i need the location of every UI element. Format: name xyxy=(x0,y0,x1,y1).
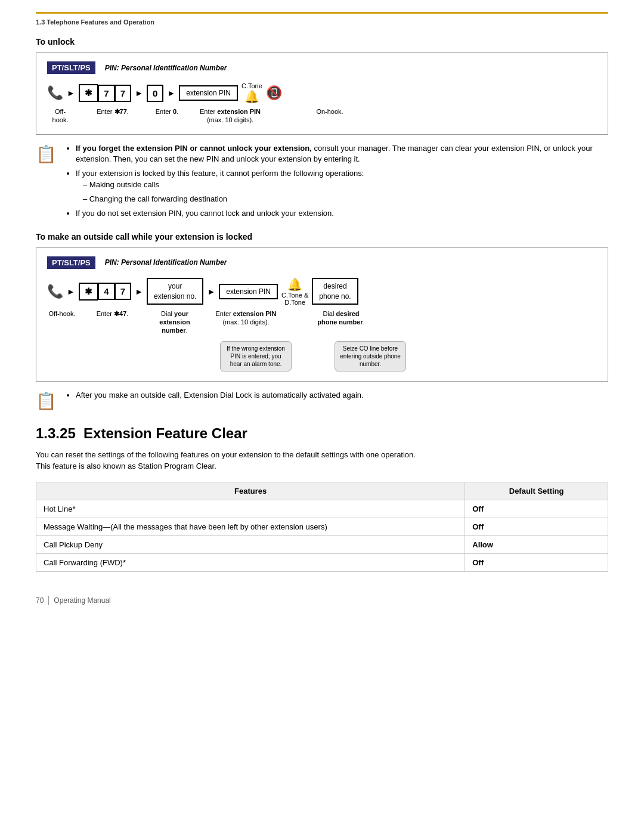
feature-cell: Call Forwarding (FWD)* xyxy=(36,553,465,571)
header-section-label: 1.3 Telephone Features and Operation xyxy=(36,18,154,26)
note-locked-item: After you make an outside call, Extensio… xyxy=(76,390,608,401)
default-cell: Off xyxy=(465,518,608,535)
key47-7: 7 xyxy=(114,283,131,300)
locked-label-dial-ext: Dial yourextension number. xyxy=(148,309,202,335)
your-ext-line1: your xyxy=(168,282,182,290)
note-item-2: If your extension is locked by this feat… xyxy=(76,168,608,205)
page-footer: 70 Operating Manual xyxy=(36,596,608,605)
feature-cell: Message Waiting—(All the messages that h… xyxy=(36,518,465,535)
note-locked-section: 📋 After you make an outside call, Extens… xyxy=(36,390,608,411)
key-group-47: ✱ 4 7 xyxy=(79,283,131,301)
footer-divider xyxy=(48,596,49,605)
desired-phone-box: desired phone no. xyxy=(312,278,358,305)
default-cell: Allow xyxy=(465,535,608,553)
offhook-icon-group: 📞 xyxy=(47,85,63,101)
unlock-diagram: PT/SLT/PS PIN: Personal Identification N… xyxy=(36,52,608,135)
locked-flow-row: 📞 ► ✱ 4 7 ► your extension no. ► xyxy=(47,277,597,306)
desired-line2: phone no. xyxy=(319,292,351,301)
note-locked-content: After you make an outside call, Extensio… xyxy=(65,390,608,404)
note-bold-1: If you forget the extension PIN or canno… xyxy=(76,144,312,153)
unlock-flow-row: 📞 ► ✱ 7 7 ► 0 ► extension PIN xyxy=(47,82,597,104)
feature-cell: Call Pickup Deny xyxy=(36,535,465,553)
locked-arrow-1: ► xyxy=(67,287,75,296)
locked-ext-pin-group: extension PIN xyxy=(219,284,278,299)
footer-label: Operating Manual xyxy=(54,596,110,605)
key47-group: ✱ 4 7 xyxy=(79,283,131,301)
your-ext-box-group: your extension no. xyxy=(147,278,203,305)
default-cell: Off xyxy=(465,500,608,518)
notepad-icon-2: 📋 xyxy=(36,391,57,411)
offhook-phone-icon: 📞 xyxy=(47,85,63,101)
locked-bell-icon: 🔔 xyxy=(287,277,302,292)
desired-phone-group: desired phone no. xyxy=(312,278,358,305)
op-2: Changing the call forwarding destination xyxy=(83,194,608,205)
bell-icon: 🔔 xyxy=(244,89,259,104)
notepad-icon-1: 📋 xyxy=(36,144,57,164)
onhook-icon-group: 📵 xyxy=(266,85,282,101)
table-row: Message Waiting—(All the messages that h… xyxy=(36,518,608,535)
key-7a: 7 xyxy=(98,85,114,102)
locked-ctone-label: C.Tone &D.Tone xyxy=(281,292,308,306)
locked-label-row: Off-hook. Enter ✱47. Dial yourextension … xyxy=(47,309,597,335)
col-features: Features xyxy=(36,482,465,500)
tooltip-2: Seize CO line before entering outside ph… xyxy=(335,341,406,371)
note-item-1: If you forget the extension PIN or canno… xyxy=(76,143,608,166)
unlock-diagram-header: PT/SLT/PS PIN: Personal Identification N… xyxy=(47,61,597,74)
intro-line-2: This feature is also known as Station Pr… xyxy=(36,462,216,470)
table-row: Hot Line*Off xyxy=(36,500,608,518)
op-1: Making outside calls xyxy=(83,179,608,191)
page-container: 1.3 Telephone Features and Operation To … xyxy=(0,0,644,629)
ext-pin-box-group: extension PIN xyxy=(179,85,238,101)
key77-group: ✱ 7 7 xyxy=(79,84,131,102)
unlock-heading: To unlock xyxy=(36,37,608,47)
unlock-label-row: Off-hook. Enter ✱77. Enter 0. Enter exte… xyxy=(47,107,597,125)
ctone-group: C.Tone 🔔 xyxy=(242,82,262,104)
ctone-area: C.Tone 🔔 xyxy=(242,82,262,104)
section-number: 1.3.25 xyxy=(36,425,76,441)
header-bar: 1.3 Telephone Features and Operation xyxy=(36,12,608,26)
intro-text: You can reset the settings of the follow… xyxy=(36,449,608,472)
default-cell: Off xyxy=(465,553,608,571)
notes-unlock: 📋 If you forget the extension PIN or can… xyxy=(36,143,608,222)
operations-list: Making outside calls Changing the call f… xyxy=(76,179,608,205)
tooltip-1: If the wrong extension PIN is entered, y… xyxy=(220,341,292,371)
table-header-row: Features Default Setting xyxy=(36,482,608,500)
your-ext-line2: extension no. xyxy=(154,292,196,301)
key47-star: ✱ xyxy=(79,283,98,301)
locked-label-dial-desired: Dial desiredphone number. xyxy=(314,309,368,327)
note-item-3: If you do not set extension PIN, you can… xyxy=(76,208,608,219)
key-star-sym: ✱ xyxy=(85,88,92,98)
locked-call-heading: To make an outside call while your exten… xyxy=(36,232,608,241)
footer-page-number: 70 xyxy=(36,596,44,605)
key-0: 0 xyxy=(147,85,163,102)
section-title-text: Extension Feature Clear xyxy=(83,425,247,441)
locked-ctone-group: 🔔 C.Tone &D.Tone xyxy=(281,277,308,306)
section-1325-title: 1.3.25 Extension Feature Clear xyxy=(36,425,608,442)
pin-label-locked: PIN: Personal Identification Number xyxy=(105,258,227,267)
key0-group: 0 xyxy=(147,85,163,102)
feature-cell: Hot Line* xyxy=(36,500,465,518)
intro-line-1: You can reset the settings of the follow… xyxy=(36,450,416,459)
desired-line1: desired xyxy=(323,282,346,290)
locked-call-diagram: PT/SLT/PS PIN: Personal Identification N… xyxy=(36,247,608,382)
table-row: Call Forwarding (FWD)*Off xyxy=(36,553,608,571)
locked-label-enter-pin: Enter extension PIN(max. 10 digits). xyxy=(215,309,277,327)
locked-offhook-group: 📞 xyxy=(47,284,63,299)
ext-pin-box: extension PIN xyxy=(179,85,238,101)
label-enter0: Enter 0. xyxy=(152,107,182,116)
locked-label-enter47: Enter ✱47. xyxy=(90,309,135,318)
col-default: Default Setting xyxy=(465,482,608,500)
locked-offhook-icon: 📞 xyxy=(47,284,63,299)
key-7b: 7 xyxy=(114,85,131,102)
locked-arrow-3: ► xyxy=(207,287,215,296)
your-ext-box: your extension no. xyxy=(147,278,203,305)
notes-unlock-content: If you forget the extension PIN or canno… xyxy=(65,143,608,222)
locked-label-offhook: Off-hook. xyxy=(47,309,77,318)
key47-4: 4 xyxy=(98,283,114,300)
onhook-phone-icon: 📵 xyxy=(266,85,282,101)
locked-ctone-area: 🔔 C.Tone &D.Tone xyxy=(281,277,308,306)
locked-ext-pin-box: extension PIN xyxy=(219,284,278,299)
label-onhook: On-hook. xyxy=(312,107,348,116)
tooltip-row: If the wrong extension PIN is entered, y… xyxy=(220,341,597,371)
arrow-3: ► xyxy=(167,88,175,98)
